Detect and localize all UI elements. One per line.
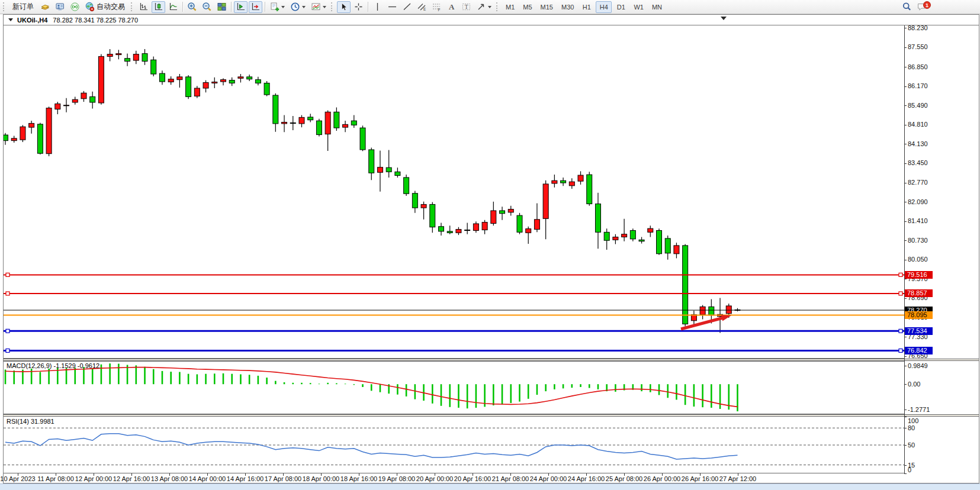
zoom-out-button[interactable]	[200, 1, 214, 13]
macd-scale-label: -1.2771	[908, 406, 930, 413]
dropdown-caret-icon[interactable]	[281, 6, 285, 8]
shapes-button[interactable]	[474, 1, 494, 13]
rsi-pane[interactable]	[4, 417, 904, 473]
time-axis-tick	[207, 473, 208, 476]
signal-icon	[70, 2, 80, 12]
channel-button[interactable]: E	[415, 1, 429, 13]
text-icon: A	[446, 2, 457, 12]
time-axis-label: 20 Apr 00:00	[416, 475, 453, 482]
tf-m30-button[interactable]: M30	[558, 1, 577, 13]
time-axis-tick	[738, 473, 738, 476]
resistance-line-2-handle[interactable]	[899, 292, 902, 295]
price-axis-border	[904, 25, 905, 473]
periods-button[interactable]	[288, 1, 308, 13]
price-axis-label: 84.810	[908, 121, 928, 128]
time-axis-tick	[473, 473, 473, 476]
macd-scale-label: 0.00	[908, 381, 920, 388]
toolbar-separator	[182, 2, 183, 12]
time-axis-tick	[245, 473, 246, 476]
chart-shift-button[interactable]	[249, 1, 262, 13]
price-axis-tick	[904, 67, 907, 67]
signals-button[interactable]	[68, 1, 82, 13]
new-order-button[interactable]: 新订单	[9, 1, 37, 13]
crosshair-button[interactable]	[352, 1, 365, 13]
toolbar-grip	[3, 2, 6, 11]
resistance-line-1-handle[interactable]	[6, 273, 9, 276]
tf-m30-button-label: M30	[561, 4, 574, 11]
price-axis-label: 82.090	[908, 198, 928, 205]
dropdown-caret-icon[interactable]	[488, 6, 491, 8]
auto-scroll-icon	[236, 2, 246, 12]
one-click-trading-toggle-icon[interactable]	[8, 18, 13, 21]
price-axis-label: 84.130	[908, 140, 928, 147]
tf-m1-button[interactable]: M1	[502, 1, 518, 13]
chart-title-bar: UKOil-,H4 78.282 78.341 78.225 78.270	[4, 15, 979, 25]
time-axis[interactable]: 10 Apr 202311 Apr 08:0012 Apr 00:0012 Ap…	[4, 473, 979, 483]
tf-m5-button[interactable]: M5	[519, 1, 535, 13]
status-bar	[0, 483, 980, 490]
search-button[interactable]	[900, 1, 914, 13]
price-axis-tick	[904, 298, 907, 299]
templates-button[interactable]	[309, 1, 329, 13]
text-button[interactable]: A	[445, 1, 458, 13]
hline-button[interactable]	[385, 1, 399, 13]
time-axis-tick	[435, 473, 435, 476]
auto-scroll-button[interactable]	[234, 1, 248, 13]
price-axis-tick	[904, 28, 907, 28]
chart-window: UKOil-,H4 78.282 78.341 78.225 78.270 MA…	[3, 14, 979, 483]
vline-button[interactable]	[371, 1, 384, 13]
toolbar-separator	[231, 2, 232, 12]
indicators-button[interactable]	[268, 1, 287, 13]
trendline-icon	[402, 2, 412, 12]
price-axis-tick	[904, 260, 907, 260]
tf-m15-button[interactable]: M15	[537, 1, 557, 13]
data-window-button[interactable]	[53, 1, 67, 13]
metaeditor-button[interactable]	[38, 1, 52, 13]
tf-d1-button[interactable]: D1	[613, 1, 629, 13]
globe-stop-icon	[85, 2, 95, 12]
support-line-2-handle[interactable]	[899, 349, 902, 352]
rsi-scale-label: 80	[908, 424, 915, 431]
price-axis-label: 81.410	[908, 217, 928, 224]
macd-scale-tick	[904, 410, 907, 410]
macd-pane[interactable]	[4, 361, 904, 414]
dropdown-caret-icon[interactable]	[323, 6, 326, 8]
price-axis-label: 87.550	[908, 43, 928, 50]
indicators-icon	[269, 2, 279, 12]
bar-chart-button[interactable]	[137, 1, 150, 13]
support-line-2-handle[interactable]	[6, 349, 9, 352]
tf-w1-button[interactable]: W1	[630, 1, 647, 13]
candle-chart-icon	[153, 2, 163, 12]
tf-mn-button[interactable]: MN	[648, 1, 666, 13]
time-axis-label: 20 Apr 16:00	[454, 475, 491, 482]
autotrading-button[interactable]: 自动交易	[83, 1, 128, 13]
price-axis-label: 82.770	[908, 179, 928, 186]
resistance-line-1-handle[interactable]	[899, 273, 902, 276]
fibo-icon: F	[432, 2, 442, 12]
rsi-line	[5, 434, 737, 459]
toolbar-grip	[131, 2, 134, 11]
main-chart-pane[interactable]	[4, 25, 904, 359]
annotation-arrow[interactable]	[681, 315, 731, 329]
dropdown-caret-icon[interactable]	[302, 6, 306, 8]
time-axis-tick	[510, 473, 511, 476]
line-chart-button[interactable]	[166, 1, 180, 13]
support-line-1-handle[interactable]	[899, 329, 902, 333]
time-axis-label: 24 Apr 00:00	[530, 475, 567, 482]
candle-chart-button[interactable]	[152, 1, 165, 13]
tf-h1-button[interactable]: H1	[579, 1, 595, 13]
resistance-line-2-handle[interactable]	[6, 292, 9, 295]
trendline-button[interactable]	[400, 1, 414, 13]
tile-windows-button[interactable]	[215, 1, 229, 13]
cursor-button[interactable]	[337, 1, 351, 13]
time-axis-label: 18 Apr 16:00	[340, 475, 377, 482]
chart-shift-marker-icon[interactable]	[721, 17, 727, 20]
chat-button[interactable]: 1	[915, 1, 928, 13]
fibo-button[interactable]: F	[430, 1, 444, 13]
support-line-1-handle[interactable]	[6, 329, 9, 333]
label-button[interactable]: T	[460, 1, 473, 13]
svg-text:E: E	[423, 7, 426, 11]
zoom-in-button[interactable]	[185, 1, 199, 13]
tf-h4-button[interactable]: H4	[596, 1, 612, 13]
horizontal-lines[interactable]	[4, 273, 904, 352]
